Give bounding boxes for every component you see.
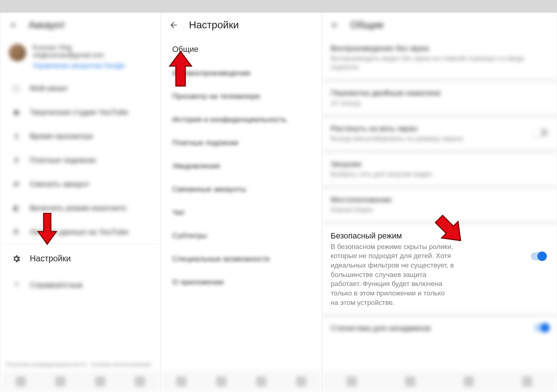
safe-mode-toggle[interactable] [531,252,545,260]
nav-icon[interactable] [176,376,186,387]
list-item[interactable]: Платные подписки [161,131,321,154]
setting-title: Загрузки [331,160,548,168]
status-bar [0,0,557,13]
list-item[interactable]: ◐Включить режим инкогнито [1,196,160,220]
separator [323,114,556,118]
close-icon[interactable] [8,20,18,30]
separator [323,221,556,225]
item-label: Время просмотра [30,132,93,140]
account-block: Kusman Vlog vlogkusman@gmail.com Управле… [1,37,160,76]
list-item[interactable]: ⛨Личные данные на YouTube [1,220,160,244]
nav-icon[interactable] [464,376,474,387]
general-label: Общие [172,45,198,54]
separator [323,150,556,153]
list-item[interactable]: История и конфиденциальность [161,108,321,131]
nav-icon[interactable] [216,376,226,387]
setting-row[interactable]: Загрузки Выбрать сеть для загрузки видео [323,153,556,185]
list-item[interactable]: Чат [161,201,321,224]
manage-account-link[interactable]: Управление аккаунтом Google [33,62,125,70]
safe-mode-title: Безопасный режим [331,231,525,241]
setting-desc: 10 секунд [331,99,548,107]
account-email: vlogkusman@gmail.com [33,52,125,59]
item-label: Автовоспроизведение [172,69,251,77]
nav-icon[interactable] [135,376,145,387]
list-item[interactable]: Субтитры [161,224,321,247]
account-name: Kusman Vlog [33,44,125,52]
item-label: Чат [172,208,185,217]
setting-title: Местоположение [331,195,548,204]
nav-icon[interactable] [95,376,105,387]
item-label: Справка/отзыв [30,281,82,289]
safe-mode-row[interactable]: Безопасный режим В безопасном режиме скр… [323,225,556,314]
setting-title: Перемотка двойным нажатием [331,89,548,97]
list-item[interactable]: $Платные подписки [1,148,160,172]
studio-icon: ◉ [12,107,21,117]
paid-icon: $ [12,155,21,165]
setting-desc: Всегда масштабировать по размеру экрана [331,134,528,143]
list-item[interactable]: Просмотр на телевизоре [161,85,321,108]
item-label: Личные данные на YouTube [30,228,129,236]
setting-row[interactable]: Статистика для сисадминов [323,317,556,340]
item-label: Просмотр на телевизоре [172,92,260,101]
switch-icon: ⇄ [12,179,21,189]
item-label: Уведомления [172,162,220,170]
back-icon[interactable] [169,20,179,30]
nav-icon[interactable] [347,376,357,387]
nav-icon[interactable] [296,376,306,387]
nav-icon[interactable] [405,376,415,387]
item-label: Сменить аккаунт [30,180,90,188]
setting-title: Растянуть на весь экран [331,124,528,133]
nav-icon[interactable] [256,376,266,387]
nav-icon[interactable] [16,376,26,387]
setting-row[interactable]: Воспроизведение без звука Воспроизводить… [323,37,556,78]
bottom-nav [161,371,321,392]
list-item[interactable]: О приложении [161,270,321,294]
setting-row[interactable]: Перемотка двойным нажатием 10 секунд [323,82,556,114]
item-label: Субтитры [172,231,207,240]
panel-title: Аккаунт [28,19,65,31]
settings-panel: Настройки Общие Автовоспроизведение Прос… [161,13,321,392]
list-item[interactable]: ⇄Сменить аккаунт [1,172,160,196]
item-label: Платные подписки [30,156,96,164]
back-icon[interactable] [330,20,340,30]
list-item[interactable]: Автовоспроизведение [161,61,321,85]
footer-links[interactable]: Политика конфиденциальности · Условия ис… [6,361,151,367]
panel-title: Общие [350,19,384,31]
list-item[interactable]: ◉Творческая студия YouTube [1,100,160,124]
separator [323,78,556,82]
setting-title: Статистика для сисадминов [331,324,528,332]
nav-icon[interactable] [55,376,65,387]
gear-icon [12,254,21,264]
list-item[interactable]: ▢Мой канал [1,76,160,100]
item-label: Творческая студия YouTube [30,108,128,117]
item-label: Специальные возможности [172,254,270,263]
help-icon: ? [12,280,21,290]
settings-label: Настройки [30,254,71,264]
account-panel: Аккаунт Kusman Vlog vlogkusman@gmail.com… [1,13,160,392]
setting-row[interactable]: Растянуть на весь экран Всегда масштабир… [323,118,556,150]
shield-icon: ⛨ [12,227,21,237]
separator [323,314,556,317]
list-item[interactable]: ⧖Время просмотра [1,124,160,148]
setting-row[interactable]: Местоположение Южная Корея [323,189,556,221]
bottom-nav [1,371,160,392]
nav-icon[interactable] [522,376,532,387]
separator [323,185,556,189]
list-item[interactable]: Специальные возможности [161,247,321,270]
item-label: Мой канал [30,84,68,93]
item-label: История и конфиденциальность [172,115,287,124]
list-item[interactable]: Связанные аккаунты [161,177,321,201]
general-item[interactable]: Общие [161,37,321,61]
item-label: Включить режим инкогнито [30,204,126,212]
settings-item[interactable]: Настройки [1,244,160,273]
toggle-switch[interactable] [534,128,548,136]
safe-mode-desc: В безопасном режиме скрыты ролики, котор… [331,242,454,307]
list-item[interactable]: ?Справка/отзыв [1,273,160,297]
setting-desc: Выбрать сеть для загрузки видео [331,170,548,179]
toggle-switch[interactable] [534,324,548,332]
item-label: Платные подписки [172,138,238,147]
avatar[interactable] [9,44,26,61]
list-item[interactable]: Уведомления [161,154,321,177]
channel-icon: ▢ [12,83,21,93]
item-label: О приложении [172,278,224,286]
